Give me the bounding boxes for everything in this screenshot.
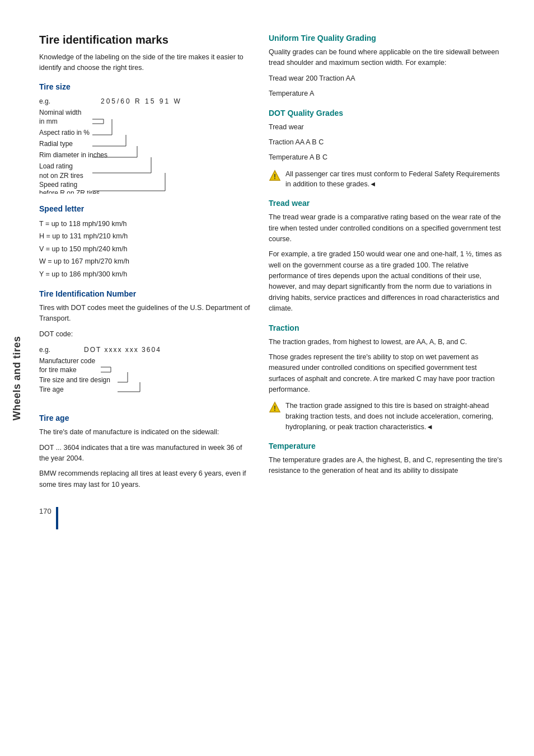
- tire-age-p2: DOT ... 3604 indicates that a tire was m…: [39, 443, 252, 464]
- tin-intro: Tires with DOT codes meet the guidelines…: [39, 303, 252, 325]
- dot-quality-item-0: Tread wear: [269, 122, 504, 133]
- svg-text:Radial type: Radial type: [39, 140, 73, 148]
- traction-warning-icon: !: [269, 401, 281, 414]
- utqg-example2: Temperature A: [269, 88, 504, 99]
- tire-size-svg: e.g. 205/60 R 15 91 W Nominal width in m…: [39, 96, 218, 194]
- svg-text:not on ZR tires: not on ZR tires: [39, 172, 83, 180]
- right-column: Uniform Tire Quality Grading Quality gra…: [269, 34, 504, 734]
- tire-size-title: Tire size: [39, 82, 252, 91]
- svg-text:205/60  R  15  91  W: 205/60 R 15 91 W: [101, 97, 182, 105]
- svg-text:e.g.: e.g.: [39, 97, 50, 105]
- tread-wear-p2: For example, a tire graded 150 would wea…: [269, 249, 504, 314]
- tire-age-p1: The tire's date of manufacture is indica…: [39, 427, 252, 438]
- utqg-p1: Quality grades can be found where applic…: [269, 47, 504, 69]
- utqg-section: Uniform Tire Quality Grading Quality gra…: [269, 34, 504, 100]
- page-number: 170: [39, 507, 51, 515]
- speed-letter-title: Speed letter: [39, 204, 252, 213]
- tire-size-diagram: e.g. 205/60 R 15 91 W Nominal width in m…: [39, 96, 252, 195]
- tread-wear-section: Tread wear The tread wear grade is a com…: [269, 199, 504, 314]
- page-wrapper: Wheels and tires Tire identification mar…: [0, 0, 534, 756]
- temperature-title: Temperature: [269, 442, 504, 450]
- utqg-example1: Tread wear 200 Traction AA: [269, 73, 504, 84]
- dot-svg: e.g. DOT xxxx xxx 3604 Manufacturer code…: [39, 344, 207, 403]
- svg-text:Speed rating: Speed rating: [39, 181, 77, 189]
- dot-quality-section: DOT Quality Grades Tread wear Traction A…: [269, 109, 504, 190]
- speed-item-t: T = up to 118 mph/190 km/h: [39, 218, 252, 231]
- intro-text: Knowledge of the labeling on the side of…: [39, 52, 252, 73]
- speed-item-y: Y = up to 186 mph/300 km/h: [39, 268, 252, 281]
- svg-text:Aspect ratio in %: Aspect ratio in %: [39, 129, 90, 137]
- page-number-area: 170: [39, 507, 252, 529]
- svg-text:e.g.: e.g.: [39, 346, 50, 354]
- speed-letter-section: T = up to 118 mph/190 km/h H = up to 131…: [39, 218, 252, 281]
- svg-text:Load rating: Load rating: [39, 162, 73, 170]
- speed-item-w: W = up to 167 mph/270 km/h: [39, 255, 252, 268]
- speed-item-h: H = up to 131 mph/210 km/h: [39, 230, 252, 243]
- tread-wear-p1: The tread wear grade is a comparative ra…: [269, 212, 504, 245]
- utqg-title: Uniform Tire Quality Grading: [269, 34, 504, 43]
- tin-title: Tire Identification Number: [39, 289, 252, 298]
- traction-p1: The traction grades, from highest to low…: [269, 337, 504, 348]
- dot-quality-item-1: Traction AA A B C: [269, 137, 504, 148]
- dot-diagram: e.g. DOT xxxx xxx 3604 Manufacturer code…: [39, 344, 252, 405]
- temperature-p1: The temperature grades are A, the highes…: [269, 455, 504, 477]
- svg-text:in mm: in mm: [39, 118, 58, 125]
- svg-text:Manufacturer code: Manufacturer code: [39, 357, 95, 365]
- tread-wear-title: Tread wear: [269, 199, 504, 208]
- svg-text:before R on ZR tires: before R on ZR tires: [39, 189, 100, 194]
- dot-quality-item-2: Temperature A B C: [269, 152, 504, 163]
- page-title: Tire identification marks: [39, 34, 252, 46]
- svg-text:Rim diameter in inches: Rim diameter in inches: [39, 151, 107, 159]
- svg-text:Tire age: Tire age: [39, 386, 64, 393]
- warning-icon: !: [269, 170, 281, 182]
- svg-text:Tire size and tire design: Tire size and tire design: [39, 376, 110, 384]
- svg-text:DOT xxxx xxx 3604: DOT xxxx xxx 3604: [84, 346, 161, 354]
- sidebar-label: Wheels and tires: [11, 336, 23, 420]
- traction-section: Traction The traction grades, from highe…: [269, 323, 504, 433]
- svg-text:Nominal width: Nominal width: [39, 109, 81, 116]
- tire-age-title: Tire age: [39, 414, 252, 422]
- sidebar: Wheels and tires: [0, 0, 34, 756]
- dot-quality-warning-text: All passenger car tires must conform to …: [285, 169, 504, 190]
- tire-age-p3: BMW recommends replacing all tires at le…: [39, 468, 252, 490]
- traction-title: Traction: [269, 323, 504, 332]
- dot-quality-warning: ! All passenger car tires must conform t…: [269, 169, 504, 190]
- dot-quality-title: DOT Quality Grades: [269, 109, 504, 118]
- svg-text:!: !: [274, 172, 276, 180]
- traction-p2: Those grades represent the tire's abilit…: [269, 352, 504, 396]
- svg-text:!: !: [274, 405, 276, 412]
- traction-warning: ! The traction grade assigned to this ti…: [269, 401, 504, 432]
- svg-text:for tire make: for tire make: [39, 366, 77, 374]
- left-column: Tire identification marks Knowledge of t…: [39, 34, 252, 734]
- main-content: Tire identification marks Knowledge of t…: [34, 0, 534, 756]
- temperature-section: Temperature The temperature grades are A…: [269, 442, 504, 477]
- dot-label: DOT code:: [39, 329, 252, 340]
- speed-item-v: V = up to 150 mph/240 km/h: [39, 243, 252, 256]
- traction-warning-text: The traction grade assigned to this tire…: [285, 401, 504, 432]
- page-bar: [56, 507, 58, 529]
